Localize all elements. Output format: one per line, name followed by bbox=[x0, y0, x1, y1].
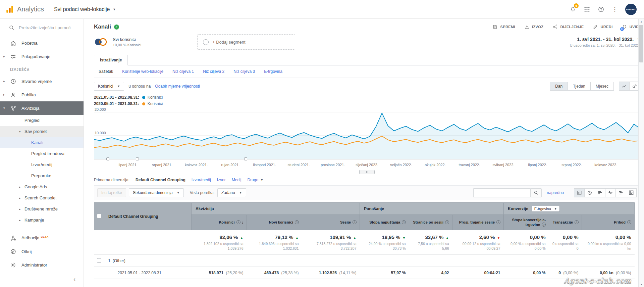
row-checkbox[interactable] bbox=[97, 258, 101, 262]
help-icon[interactable]: ? bbox=[542, 223, 546, 227]
date-range-selector[interactable]: 1. svi 2021. - 31. kol 2022. ▼ U uspored… bbox=[570, 37, 640, 47]
column-header-sesije[interactable]: Sesije? bbox=[302, 215, 360, 230]
spremi-button[interactable]: SPREMI bbox=[492, 24, 515, 30]
sidebar-item-publika[interactable]: ▸Publika bbox=[0, 88, 84, 101]
select-all-checkbox[interactable] bbox=[97, 214, 101, 218]
primary-dimension-izvor[interactable]: Izvor bbox=[217, 178, 226, 182]
help-icon[interactable]: ? bbox=[236, 220, 240, 224]
window-scrollbar[interactable]: ▲ ▼ bbox=[638, 19, 644, 287]
subtab-niz-ciljeva-3[interactable]: Niz ciljeva 3 bbox=[233, 69, 255, 74]
subtab-e-trgovina[interactable]: E-trgovina bbox=[264, 69, 282, 74]
column-header-prosj-trajanje-sesije[interactable]: Prosj. trajanje sesije? bbox=[452, 215, 504, 230]
primary-dimension-default-channel-grouping[interactable]: Default Channel Grouping bbox=[136, 178, 185, 182]
comparison-view-button[interactable] bbox=[605, 188, 616, 197]
percentage-view-button[interactable] bbox=[584, 188, 595, 197]
performance-view-button[interactable] bbox=[595, 188, 605, 197]
conversions-type-select[interactable]: E-trgovina ▼ bbox=[532, 206, 560, 212]
sidebar-item-stvarno-vrijeme[interactable]: ▸Stvarno vrijeme bbox=[0, 75, 84, 88]
select-all-cell[interactable] bbox=[94, 203, 104, 230]
select-metric-link[interactable]: Odabir mjerne vrijednosti bbox=[155, 84, 200, 89]
sidebar-item-po-etna[interactable]: Početna bbox=[0, 36, 84, 50]
account-selector[interactable]: Svi podaci web-lokacije ▼ bbox=[54, 6, 116, 12]
row-checkbox-cell[interactable] bbox=[94, 255, 104, 267]
line-chart-button[interactable] bbox=[619, 82, 630, 91]
sidebar-item-administrator[interactable]: Administrator bbox=[0, 258, 84, 272]
sort-type-dropdown[interactable]: Zadano ▼ bbox=[217, 188, 246, 197]
granularity-tjedan[interactable]: Tjedan bbox=[568, 82, 591, 91]
sidebar-item-izvor-medij[interactable]: Izvor/medij bbox=[0, 159, 84, 170]
scroll-down-arrow[interactable]: ▼ bbox=[639, 282, 644, 287]
table-search-button[interactable] bbox=[530, 188, 542, 197]
sidebar-item-preporuke[interactable]: Preporuke bbox=[0, 170, 84, 181]
subtab-niz-ciljeva-2[interactable]: Niz ciljeva 2 bbox=[203, 69, 224, 74]
axis-marker[interactable] bbox=[106, 157, 109, 160]
sidebar-item-google-ads[interactable]: ▸Google Ads bbox=[0, 181, 84, 192]
granularity-mjesec[interactable]: Mjesec bbox=[590, 82, 614, 91]
metric-selector-dropdown[interactable]: Korisnici ▼ bbox=[94, 82, 124, 91]
sidebar-item-pona-anje[interactable]: ▸Ponašanje bbox=[0, 226, 84, 231]
column-header-transakcije[interactable]: Transakcije? bbox=[549, 215, 582, 230]
secondary-dimension-dropdown[interactable]: Sekundarna dimenzija ▼ bbox=[129, 188, 184, 197]
sidebar-search-input[interactable]: Pretražite izvješća i pomoć bbox=[0, 19, 84, 36]
help-icon[interactable]: ? bbox=[445, 220, 449, 224]
uvidi-button[interactable]: 0UVIDI bbox=[622, 24, 640, 30]
granularity-dan[interactable]: Dan bbox=[550, 82, 568, 91]
scroll-up-arrow[interactable]: ▲ bbox=[639, 19, 644, 24]
traffic-line-chart[interactable] bbox=[94, 108, 640, 162]
subtab-kori-tenje-web-lokacije[interactable]: Korištenje web-lokacije bbox=[122, 69, 163, 74]
sidebar-item-otkrij[interactable]: Otkrij bbox=[0, 245, 84, 258]
column-header-stopa-napu-tanja[interactable]: Stopa napuštanja? bbox=[360, 215, 409, 230]
help-icon[interactable]: ? bbox=[353, 220, 357, 224]
sidebar-item-sav-promet[interactable]: ▾Sav promet bbox=[0, 126, 84, 137]
sidebar-item-pregled-trendova[interactable]: Pregled trendova bbox=[0, 148, 84, 159]
sidebar-item-dru-tvene-mre-e[interactable]: ▸Društvene mreže bbox=[0, 203, 84, 214]
help-icon[interactable]: ? bbox=[575, 220, 579, 224]
primary-dimension-drugo[interactable]: Drugo▼ bbox=[247, 178, 263, 182]
column-header-novi-korisnici[interactable]: Novi korisnici? bbox=[247, 215, 302, 230]
table-view-button[interactable] bbox=[574, 188, 585, 197]
segment-all-users[interactable]: Svi korisnici +0,00 % Korisnici bbox=[94, 37, 192, 47]
help-icon[interactable] bbox=[598, 6, 604, 13]
tab-istrazivanje[interactable]: Istraživanje bbox=[94, 55, 128, 65]
plot-rows-button[interactable]: Iscrtaj retke bbox=[97, 188, 126, 197]
column-header-korisnici[interactable]: ↓Korisnici? bbox=[192, 215, 247, 230]
sidebar-collapse-button[interactable]: ‹ bbox=[0, 272, 84, 287]
subtab-sa-etak[interactable]: Sažetak bbox=[99, 69, 113, 74]
column-header-stranice-po-sesiji[interactable]: Stranice po sesiji? bbox=[409, 215, 452, 230]
more-options-icon[interactable]: ⋮ bbox=[612, 6, 618, 12]
apps-grid-icon[interactable] bbox=[584, 6, 590, 13]
help-icon[interactable]: ? bbox=[295, 220, 299, 224]
analytics-brand[interactable]: Analytics bbox=[5, 5, 44, 14]
uredi-button[interactable]: UREDI bbox=[593, 24, 612, 30]
help-icon[interactable]: ? bbox=[402, 220, 406, 224]
chart-scroll-handle[interactable] bbox=[359, 170, 375, 174]
help-icon[interactable]: ? bbox=[627, 220, 631, 224]
scrollbar-thumb[interactable] bbox=[639, 25, 643, 62]
help-icon[interactable]: ? bbox=[496, 220, 500, 224]
subtab-niz-ciljeva-1[interactable]: Niz ciljeva 1 bbox=[172, 69, 194, 74]
pivot-view-button[interactable] bbox=[626, 188, 637, 197]
add-segment-button[interactable]: + Dodaj segment bbox=[197, 34, 295, 50]
primary-dimension-medij[interactable]: Medij bbox=[232, 178, 241, 182]
primary-dimension-izvor-medij[interactable]: Izvor/medij bbox=[192, 178, 211, 182]
sidebar-item-kanali[interactable]: Kanali bbox=[0, 137, 84, 148]
sidebar-item-pregled[interactable]: Pregled bbox=[0, 115, 84, 126]
column-header-prihod[interactable]: Prihod? bbox=[582, 215, 635, 230]
table-search-input[interactable] bbox=[473, 188, 530, 197]
sidebar-item-search-console[interactable]: ▸Search Console. bbox=[0, 192, 84, 203]
axis-marker[interactable] bbox=[136, 157, 139, 160]
sidebar-item-prilago-avanje[interactable]: ▸Prilagođavanje bbox=[0, 50, 84, 63]
avatar[interactable]: ADMINAL bbox=[625, 4, 637, 15]
sidebar-item-atribucija[interactable]: AtribucijaBETA bbox=[0, 231, 84, 245]
sidebar-item-akvizicija[interactable]: ▾Akvizicija bbox=[0, 101, 84, 115]
advanced-filter-link[interactable]: napredno bbox=[547, 190, 564, 195]
column-header-dimension[interactable]: Default Channel Grouping bbox=[104, 203, 192, 230]
sidebar-item-kampanje[interactable]: ▸Kampanje bbox=[0, 214, 84, 226]
channel-name[interactable]: (Other) bbox=[113, 258, 125, 263]
notifications-button[interactable]: 5 bbox=[570, 5, 576, 13]
column-header-stopa-konverzije-e-trgovine[interactable]: Stopa konverzije e-trgovine? bbox=[504, 215, 549, 230]
dijeljenje-button[interactable]: DIJELJENJE bbox=[552, 24, 584, 30]
term-cloud-view-button[interactable] bbox=[615, 188, 626, 197]
axis-marker[interactable] bbox=[244, 157, 247, 160]
izvoz-button[interactable]: IZVOZ bbox=[524, 24, 543, 30]
